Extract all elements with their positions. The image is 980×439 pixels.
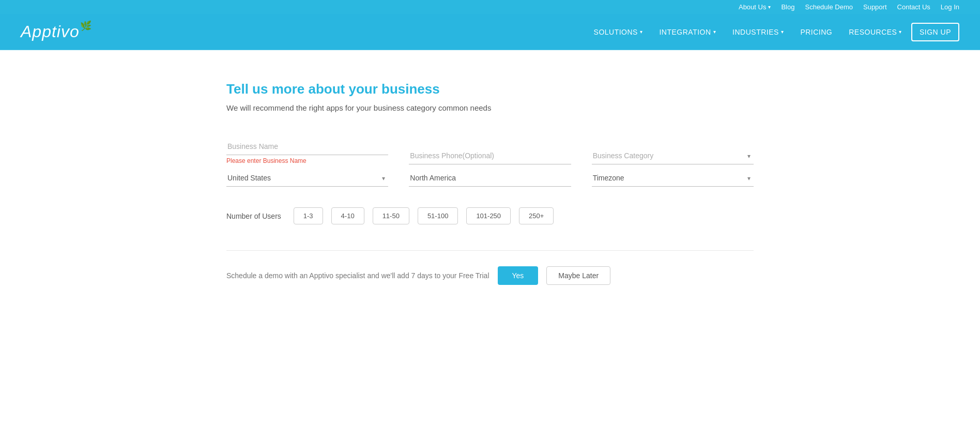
nav-links: SOLUTIONS ▾ INTEGRATION ▾ INDUSTRIES ▾ P… [587,23,959,41]
business-category-select[interactable]: Business Category Technology Retail Fina… [592,147,754,164]
form-row-2: United States Canada United Kingdom Aust… [226,170,754,187]
users-label: Number of Users [226,212,281,220]
business-phone-input[interactable] [409,147,571,164]
topbar-login[interactable]: Log In [941,3,959,11]
topbar-about-us[interactable]: About Us ▾ [739,3,771,11]
divider [226,250,754,251]
country-select[interactable]: United States Canada United Kingdom Aust… [226,170,388,187]
user-option-4-10[interactable]: 4-10 [331,207,364,224]
business-name-error: Please enter Business Name [226,157,388,164]
timezone-group: Timezone Eastern Time (EST) Central Time… [592,170,754,187]
users-row: Number of Users 1-3 4-10 11-50 51-100 10… [226,207,754,224]
chevron-down-icon: ▾ [713,29,716,35]
form-row-1: Please enter Business Name Business Cate… [226,138,754,164]
nav-pricing[interactable]: PRICING [793,24,839,40]
nav-integration[interactable]: INTEGRATION ▾ [652,24,723,40]
demo-text: Schedule a demo with an Apptivo speciali… [226,271,489,280]
chevron-down-icon: ▾ [640,29,643,35]
chevron-down-icon: ▾ [781,29,784,35]
timezone-wrapper: Timezone Eastern Time (EST) Central Time… [592,170,754,187]
topbar-blog[interactable]: Blog [781,3,794,11]
user-option-1-3[interactable]: 1-3 [294,207,323,224]
logo-text: Apptivo🌿 [21,22,92,41]
navbar: Apptivo🌿 SOLUTIONS ▾ INTEGRATION ▾ INDUS… [0,14,980,50]
chevron-down-icon: ▾ [899,29,902,35]
logo: Apptivo🌿 [21,22,92,41]
country-group: United States Canada United Kingdom Aust… [226,170,388,187]
region-display: North America [409,170,571,187]
chevron-down-icon: ▾ [768,4,771,10]
business-name-input[interactable] [226,138,388,155]
nav-industries[interactable]: INDUSTRIES ▾ [725,24,791,40]
business-phone-group [409,147,571,164]
yes-button[interactable]: Yes [498,266,539,285]
main-content: Tell us more about your business We will… [206,50,774,326]
topbar-support[interactable]: Support [863,3,887,11]
nav-solutions[interactable]: SOLUTIONS ▾ [587,24,650,40]
top-bar: About Us ▾ Blog Schedule Demo Support Co… [0,0,980,14]
business-category-wrapper: Business Category Technology Retail Fina… [592,147,754,164]
topbar-contact-us[interactable]: Contact Us [897,3,930,11]
signup-button[interactable]: SIGN UP [911,23,959,41]
nav-resources[interactable]: RESOURCES ▾ [841,24,909,40]
region-group: North America [409,170,571,187]
topbar-schedule-demo[interactable]: Schedule Demo [805,3,853,11]
user-option-11-50[interactable]: 11-50 [373,207,409,224]
user-option-51-100[interactable]: 51-100 [418,207,458,224]
page-title: Tell us more about your business [226,81,754,97]
business-category-group: Business Category Technology Retail Fina… [592,147,754,164]
demo-row: Schedule a demo with an Apptivo speciali… [226,266,754,285]
user-option-101-250[interactable]: 101-250 [466,207,511,224]
maybe-later-button[interactable]: Maybe Later [546,266,610,285]
business-name-group: Please enter Business Name [226,138,388,164]
country-wrapper: United States Canada United Kingdom Aust… [226,170,388,187]
user-option-250-plus[interactable]: 250+ [519,207,554,224]
timezone-select[interactable]: Timezone Eastern Time (EST) Central Time… [592,170,754,187]
page-subtitle: We will recommend the right apps for you… [226,103,754,112]
